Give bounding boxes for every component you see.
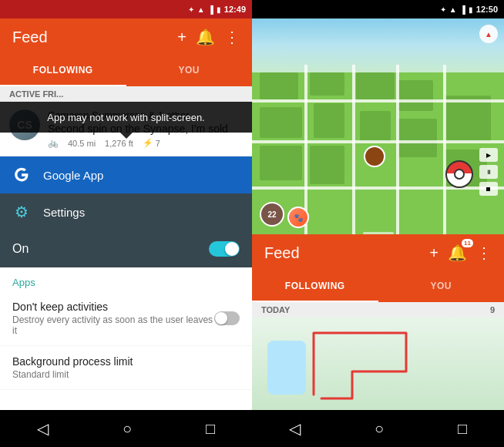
dont-keep-toggle[interactable] [214,311,240,325]
road-v3 [396,65,399,234]
dont-keep-subtitle: Destroy every activity as soon as the us… [12,314,214,336]
signal-icon: ▐ [208,5,213,14]
battle-controls: ▶ ⏸ ⏹ [479,148,498,196]
home-button[interactable]: ○ [123,420,132,438]
bluetooth-icon: ✦ [188,5,194,14]
tab-you[interactable]: YOU [126,55,253,86]
map-block-6 [398,80,433,111]
right-home-button[interactable]: ○ [375,420,384,438]
battle-btn-3[interactable]: ⏹ [479,182,498,196]
google-app-item[interactable]: Google App [0,156,252,193]
right-nav-bar: ◁ ○ □ [252,410,504,447]
stat-distance: 40.5 mi [68,139,96,148]
right-panel: ✦ ▲ ▐ ▮ 12:50 ▲ [252,0,504,447]
right-app-title: Feed [264,244,420,262]
tab-following[interactable]: FOLLOWING [0,55,126,86]
map-block-4 [314,103,344,138]
toggle-switch[interactable] [209,241,240,257]
map-block-1 [260,72,298,99]
settings-item-row: Don't keep activities Destroy every acti… [12,301,240,336]
pogo-pokeball[interactable] [445,160,473,188]
feed-stats: 🚲 40.5 mi 1,276 ft ⚡ 7 [48,138,243,148]
feed-item[interactable]: CS Cameron Summerson & 1 other Second sp… [0,102,252,156]
right-tab-you[interactable]: YOU [378,271,505,302]
dev-options-area: Google App ⚙ Settings On Apps Don't keep… [0,156,252,410]
map-block-8 [260,146,302,180]
right-back-button[interactable]: ◁ [289,419,301,438]
settings-section-header: Apps [0,267,252,291]
right-signal-icon: ▐ [460,5,465,14]
settings-item[interactable]: ⚙ Settings [0,193,252,230]
stat-achievements: ⚡ 7 [143,138,160,148]
settings-section: Apps Don't keep activities Destroy every… [0,267,252,410]
bg-process-title: Background process limit [12,355,240,368]
right-bluetooth-icon: ✦ [440,5,446,14]
divider-bar [363,232,394,234]
toggle-label: On [12,242,29,256]
dont-keep-title: Don't keep activities [12,301,214,313]
map-block-10 [398,119,437,157]
right-more-icon[interactable]: ⋮ [476,244,492,262]
left-panel: ✦ ▲ ▐ ▮ 12:49 Feed + 🔔 ⋮ FOLLOWING YOU A… [0,0,252,447]
back-button[interactable]: ◁ [37,419,49,438]
right-count: 9 [490,305,495,314]
road-v2 [352,65,355,234]
map-block-2 [310,72,344,96]
notification-count: 11 [462,239,473,247]
bike-icon: 🚲 [48,138,59,148]
left-nav-bar: ◁ ○ □ [0,410,252,447]
wifi-icon: ▲ [197,5,205,14]
section-label: ACTIVE FRI... [9,89,63,99]
battle-btn-1[interactable]: ▶ [479,148,498,162]
road-v4 [443,65,446,234]
left-section-header: ACTIVE FRI... [0,86,252,102]
bg-process-item[interactable]: Background process limit Standard limit [0,346,252,390]
toggle-thumb [225,242,239,256]
right-battery-icon: ▮ [469,5,473,14]
map-block-9 [310,146,344,184]
right-feed-bar: Feed + 🔔 11 ⋮ FOLLOWING YOU [252,234,504,302]
google-icon [12,166,31,184]
map-block-3 [260,107,302,138]
battery-icon: ▮ [217,5,221,14]
left-app-bar: Feed + 🔔 ⋮ [0,18,252,55]
pogo-compass[interactable]: ▲ [479,25,498,43]
bell-icon[interactable]: 🔔 [196,28,215,46]
bg-process-subtitle: Standard limit [12,369,240,380]
tooltip-text: App may not work with split-screen. [47,112,204,123]
notification-badge: 🔔 11 [448,244,467,262]
dont-keep-activities-item[interactable]: Don't keep activities Destroy every acti… [0,291,252,346]
pogo-map: ▲ 22 🐾 ▶ ⏸ ⏹ [252,18,504,234]
settings-gear-icon: ⚙ [12,203,31,221]
right-recents-button[interactable]: □ [458,420,467,438]
right-tab-bar: FOLLOWING YOU [252,271,504,302]
pogo-character [364,146,385,167]
right-add-button[interactable]: + [429,244,438,262]
feed-section-wrapper: ACTIVE FRI... CS Cameron Summerson & 1 o… [0,86,252,156]
small-toggle-thumb [215,312,227,324]
right-status-bar: ✦ ▲ ▐ ▮ 12:50 [252,0,504,18]
settings-item-text: Don't keep activities Destroy every acti… [12,301,214,336]
right-tab-following[interactable]: FOLLOWING [252,271,378,302]
map-block-7 [360,111,391,142]
tooltip-overlay: App may not work with split-screen. [0,102,252,133]
add-button[interactable]: + [177,29,186,46]
map-block-5 [356,72,395,99]
settings-label: Settings [43,206,85,219]
status-time: 12:49 [224,5,246,14]
battle-btn-2[interactable]: ⏸ [479,165,498,179]
map-sky [252,18,504,72]
right-status-time: 12:50 [476,5,498,14]
recents-button[interactable]: □ [206,420,215,438]
right-app-bar: Feed + 🔔 11 ⋮ [252,234,504,271]
left-status-bar: ✦ ▲ ▐ ▮ 12:49 [0,0,252,18]
road-h2 [252,140,504,143]
map-thumbnail[interactable] [252,318,504,410]
right-section-header: TODAY 9 [252,302,504,318]
pogo-level: 22 [260,202,284,227]
more-icon[interactable]: ⋮ [224,28,240,46]
tooltip-arrow [120,133,133,139]
toggle-row: On [0,230,252,267]
pogo-buddy[interactable]: 🐾 [287,207,309,228]
water-body-top [267,341,306,395]
